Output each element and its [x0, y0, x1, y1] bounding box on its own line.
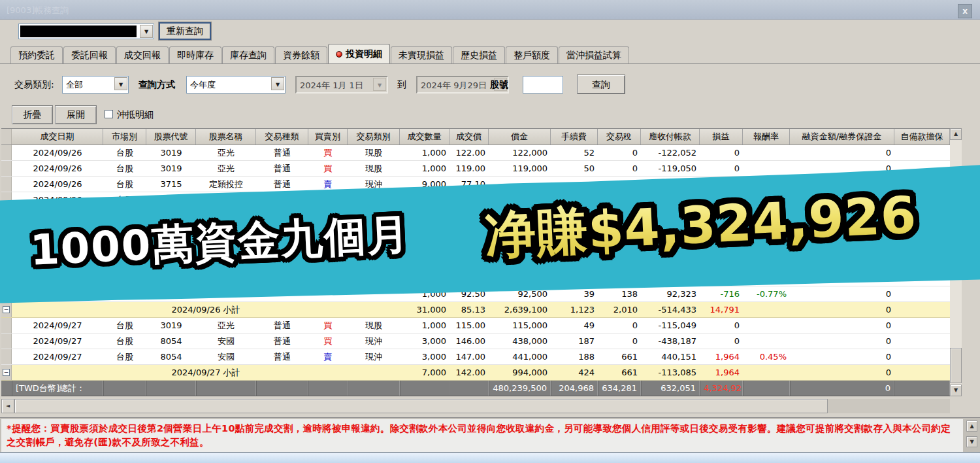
table-cell: 119,000	[489, 161, 551, 176]
tab-5[interactable]: 資券餘額	[275, 46, 327, 63]
date-from-picker[interactable]: 2024年 1月 1日 ▼	[295, 76, 388, 94]
table-cell: 480,239,500	[489, 381, 551, 396]
stock-input[interactable]	[523, 76, 563, 94]
column-header[interactable]: 股票代號	[146, 129, 196, 145]
subtotal-row[interactable]: −2024/09/26 小計31,00085.132,639,1001,1232…	[1, 302, 950, 318]
column-header[interactable]: 交易稅	[598, 129, 641, 145]
requery-button[interactable]: 重新查詢	[159, 22, 211, 40]
column-header[interactable]: 損益	[700, 129, 743, 145]
tab-2[interactable]: 成交回報	[116, 46, 169, 63]
row-gutter	[1, 318, 12, 333]
table-cell: 現沖	[348, 349, 400, 364]
vertical-scroll-thumb[interactable]	[950, 348, 962, 383]
column-header[interactable]: 應收付帳款	[641, 129, 700, 145]
table-cell	[743, 145, 790, 160]
table-row[interactable]: 2024/09/27台股8054安國普通賣現沖3,000147.00441,00…	[1, 349, 950, 365]
total-row[interactable]: [TWD台幣]總計：480,239,500204,968634,281632,0…	[1, 381, 950, 396]
collapse-group-button[interactable]: −	[3, 369, 10, 376]
table-cell: 現沖	[348, 334, 400, 349]
table-cell: 0	[790, 349, 894, 364]
warning-bar: *提醒您：買賣股票須於成交日後第2個營業日上午10點前完成交割，逾時將被申報違約…	[0, 417, 980, 453]
column-header[interactable]: 成交價	[449, 129, 489, 145]
column-header[interactable]: 手續費	[551, 129, 598, 145]
column-header[interactable]: 融資金額/融券保證金	[790, 129, 894, 145]
tab-label: 委託回報	[71, 50, 108, 60]
table-cell: 661	[598, 365, 641, 380]
table-cell: 3,000	[400, 334, 449, 349]
tab-4[interactable]: 庫存查詢	[222, 46, 274, 63]
tab-0[interactable]: 預約委託	[10, 46, 63, 63]
scroll-down-icon[interactable]: ▼	[966, 436, 977, 447]
table-cell: 現股	[348, 318, 400, 333]
column-header[interactable]: 交易種類	[256, 129, 308, 145]
tab-label: 庫存查詢	[230, 50, 267, 60]
table-cell: 424	[551, 365, 598, 380]
scroll-up-icon[interactable]: ▲	[950, 128, 962, 140]
tab-8[interactable]: 歷史損益	[453, 46, 505, 63]
table-cell: 115,000	[489, 318, 551, 333]
tab-label: 歷史損益	[461, 50, 497, 60]
table-cell	[743, 381, 790, 396]
table-cell: 亞光	[196, 318, 256, 333]
column-header[interactable]: 價金	[489, 129, 551, 145]
column-header[interactable]: 股票名稱	[196, 129, 256, 145]
tab-10[interactable]: 當沖損益試算	[559, 46, 629, 63]
tab-label: 預約委託	[18, 50, 55, 60]
table-row[interactable]: 2024/09/27台股3019亞光普通買現股1,000115.00115,00…	[1, 318, 950, 334]
column-header[interactable]: 自備款擔保	[894, 129, 950, 145]
query-mode-select[interactable]: 今年度 ▼	[186, 76, 286, 94]
scroll-left-icon[interactable]: ◄	[1, 399, 14, 413]
column-header[interactable]: 交易類別	[348, 129, 400, 145]
column-header[interactable]: 成交數量	[400, 129, 449, 145]
chevron-down-icon[interactable]: ▼	[140, 25, 153, 38]
table-row[interactable]: 2024/09/26台股3019亞光普通買現股1,000122.00122,00…	[1, 145, 950, 161]
query-button[interactable]: 查詢	[577, 75, 625, 94]
warning-scrollbar[interactable]: ▲ ▼	[966, 420, 977, 451]
column-header[interactable]: 市場別	[103, 129, 146, 145]
subtotal-row[interactable]: −2024/09/27 小計7,000142.00994,000424661-1…	[1, 365, 950, 381]
table-cell: 2024/09/27	[12, 334, 103, 349]
table-cell: 賣	[308, 349, 348, 364]
table-cell: 2,639,100	[489, 302, 551, 317]
horizontal-scroll-thumb[interactable]	[14, 399, 828, 413]
chevron-down-icon[interactable]: ▼	[271, 77, 284, 90]
table-cell	[449, 381, 489, 396]
collapse-button[interactable]: 折疊	[12, 105, 53, 124]
trade-type-select[interactable]: 全部 ▼	[62, 76, 129, 94]
chevron-down-icon[interactable]: ▼	[114, 77, 127, 90]
horizontal-scrollbar[interactable]: ◄	[1, 399, 950, 413]
table-cell: 52	[551, 145, 598, 160]
table-cell	[743, 365, 790, 380]
row-gutter	[1, 145, 12, 160]
tab-6[interactable]: 投資明細	[328, 44, 390, 63]
column-header[interactable]: 報酬率	[743, 129, 790, 145]
table-cell: 0	[790, 381, 894, 396]
tab-9[interactable]: 整戶額度	[506, 46, 558, 63]
table-cell: [TWD台幣]總計：	[12, 381, 103, 396]
table-cell: -113,085	[641, 365, 700, 380]
tab-label: 整戶額度	[514, 50, 550, 60]
collapse-group-button[interactable]: −	[3, 306, 10, 313]
table-cell	[196, 381, 256, 396]
scroll-up-icon[interactable]: ▲	[966, 420, 977, 432]
close-button[interactable]: x	[958, 4, 972, 18]
scroll-down-icon[interactable]: ▼	[950, 385, 962, 396]
offset-detail-checkbox[interactable]	[105, 110, 113, 118]
column-header[interactable]: 買賣別	[308, 129, 348, 145]
account-select[interactable]: ▼	[18, 24, 154, 39]
table-cell: 亞光	[196, 161, 256, 176]
table-cell: 1,000	[400, 145, 449, 160]
expand-button[interactable]: 展開	[55, 105, 97, 124]
table-row[interactable]: 2024/09/27台股8054安國普通買現沖3,000146.00438,00…	[1, 334, 950, 349]
table-cell	[894, 318, 950, 333]
column-header[interactable]: 成交日期	[12, 129, 103, 145]
table-header-row: 成交日期市場別股票代號股票名稱交易種類買賣別交易類別成交數量成交價價金手續費交易…	[1, 128, 950, 145]
chevron-down-icon: ▼	[373, 78, 386, 91]
trade-type-label: 交易類別:	[14, 79, 54, 91]
table-cell: 台股	[103, 318, 146, 333]
table-cell: 49	[551, 318, 598, 333]
tab-7[interactable]: 未實現損益	[391, 46, 452, 63]
table-cell: -514,433	[641, 302, 700, 317]
tab-1[interactable]: 委託回報	[63, 46, 116, 63]
tab-3[interactable]: 即時庫存	[169, 46, 221, 63]
